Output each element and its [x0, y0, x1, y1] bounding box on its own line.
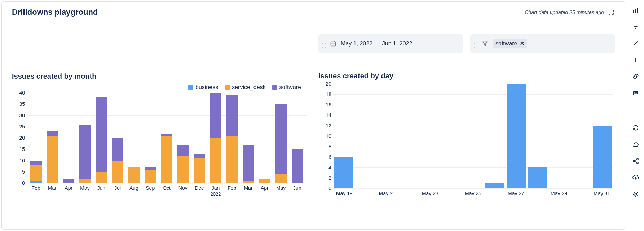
bar-segment-business[interactable] [30, 181, 42, 183]
bar-segment-software[interactable] [243, 145, 254, 181]
bar-segment-service_desk[interactable] [145, 170, 156, 183]
bar-segment-software[interactable] [47, 131, 58, 136]
bar-segment-software[interactable] [63, 179, 74, 183]
bar-segment-service_desk[interactable] [177, 156, 189, 183]
bar-segment-service_desk[interactable] [161, 136, 172, 183]
bar-slot[interactable] [334, 84, 354, 188]
x-label [355, 188, 377, 196]
bar-stack [96, 97, 107, 183]
bar-chart-button[interactable] [631, 6, 640, 14]
bar-slot[interactable] [420, 84, 441, 188]
date-range-control[interactable]: May 1, 2022 – Jun 1, 2022 [318, 34, 463, 53]
bar-segment-software[interactable] [96, 97, 107, 172]
filter-tag[interactable]: software [493, 39, 527, 48]
bar-slot[interactable] [398, 84, 419, 188]
bar-segment-software[interactable] [177, 145, 189, 156]
image-icon [632, 90, 639, 97]
y-tick: 8 [320, 144, 331, 149]
legend-item-software[interactable]: software [272, 84, 301, 91]
bar-slot[interactable] [28, 93, 44, 183]
bar-slot[interactable] [240, 93, 256, 183]
bar-segment-service_desk[interactable] [79, 179, 91, 183]
cloud-download-button[interactable] [631, 173, 640, 182]
bar-slot[interactable] [126, 93, 142, 183]
legend-swatch [188, 85, 193, 90]
bar-slot[interactable] [376, 84, 397, 188]
link-button[interactable] [631, 72, 640, 81]
bar-slot[interactable] [549, 84, 570, 188]
bar-segment-service_desk[interactable] [275, 174, 287, 183]
bar-segment-software[interactable] [194, 154, 205, 158]
bar-slot[interactable] [158, 93, 175, 183]
text-button[interactable] [631, 56, 640, 64]
x-label: May 19 [334, 188, 355, 196]
bar[interactable] [528, 167, 547, 188]
bar-segment-service_desk[interactable] [30, 165, 42, 181]
bar-segment-service_desk[interactable] [194, 158, 205, 183]
filter-tag-label: software [495, 40, 517, 47]
bar-segment-software[interactable] [275, 104, 287, 174]
bar-slot[interactable] [289, 93, 305, 183]
bar-segment-service_desk[interactable] [96, 172, 107, 183]
bar-segment-service_desk[interactable] [128, 167, 140, 183]
bar[interactable] [334, 157, 353, 188]
bar-segment-software[interactable] [112, 138, 123, 161]
bar-slot[interactable] [441, 84, 462, 188]
bar-slot[interactable] [109, 93, 125, 183]
bar-segment-software[interactable] [79, 125, 91, 179]
bar[interactable] [507, 84, 526, 188]
bar-slot[interactable] [175, 93, 191, 183]
bar-slot[interactable] [224, 93, 240, 183]
refresh-button[interactable] [631, 123, 640, 132]
bar-stack [145, 167, 156, 183]
bar-segment-service_desk[interactable] [210, 138, 221, 183]
x-label: May 27 [505, 188, 527, 196]
bar-segment-software[interactable] [292, 149, 303, 183]
bar-slot[interactable] [592, 84, 613, 188]
bar-slot[interactable] [463, 84, 484, 188]
bar-segment-service_desk[interactable] [112, 161, 123, 183]
share-button[interactable] [631, 157, 640, 165]
bar-slot[interactable] [355, 84, 376, 188]
bar-segment-software[interactable] [30, 161, 42, 165]
settings-button[interactable] [631, 190, 640, 199]
bar-segment-software[interactable] [226, 95, 238, 136]
bar-segment-software[interactable] [210, 93, 221, 138]
bar-segment-service_desk[interactable] [243, 181, 254, 183]
bar-slot[interactable] [207, 93, 224, 183]
bar-segment-service_desk[interactable] [47, 136, 58, 183]
drag-handle-icon[interactable] [322, 40, 326, 48]
bar-slot[interactable] [44, 93, 60, 183]
bar-slot[interactable] [506, 84, 527, 188]
bar-slot[interactable] [484, 84, 505, 188]
right-plot[interactable]: 02468101214161820 [333, 84, 613, 188]
bar-slot[interactable] [527, 84, 548, 188]
bar-slot[interactable] [93, 93, 109, 183]
filter-control[interactable]: software [470, 34, 615, 53]
close-icon[interactable] [520, 40, 524, 47]
bar[interactable] [593, 126, 612, 188]
x-label: Jan2022 [207, 183, 224, 197]
bar-slot[interactable] [570, 84, 591, 188]
legend-item-business[interactable]: business [188, 84, 218, 91]
bar-slot[interactable] [256, 93, 273, 183]
comment-icon [632, 141, 639, 148]
bar-segment-service_desk[interactable] [259, 179, 270, 183]
bar-slot[interactable] [61, 93, 77, 183]
bar-slot[interactable] [142, 93, 158, 183]
bar-slot[interactable] [273, 93, 289, 183]
bar-slot[interactable] [191, 93, 207, 183]
fullscreen-button[interactable] [608, 9, 615, 16]
filter-icon [632, 23, 639, 30]
legend-item-service_desk[interactable]: service_desk [225, 84, 265, 91]
bar-slot[interactable] [77, 93, 93, 183]
filter-button[interactable] [631, 22, 640, 31]
image-button[interactable] [631, 89, 640, 97]
comment-button[interactable] [631, 140, 640, 149]
drag-handle-icon[interactable] [474, 40, 477, 48]
bar[interactable] [485, 183, 504, 189]
svg-rect-0 [331, 42, 336, 46]
left-plot[interactable]: 0510152025303540 [26, 93, 307, 183]
bar-segment-service_desk[interactable] [226, 136, 238, 183]
pencil-button[interactable] [631, 39, 640, 48]
